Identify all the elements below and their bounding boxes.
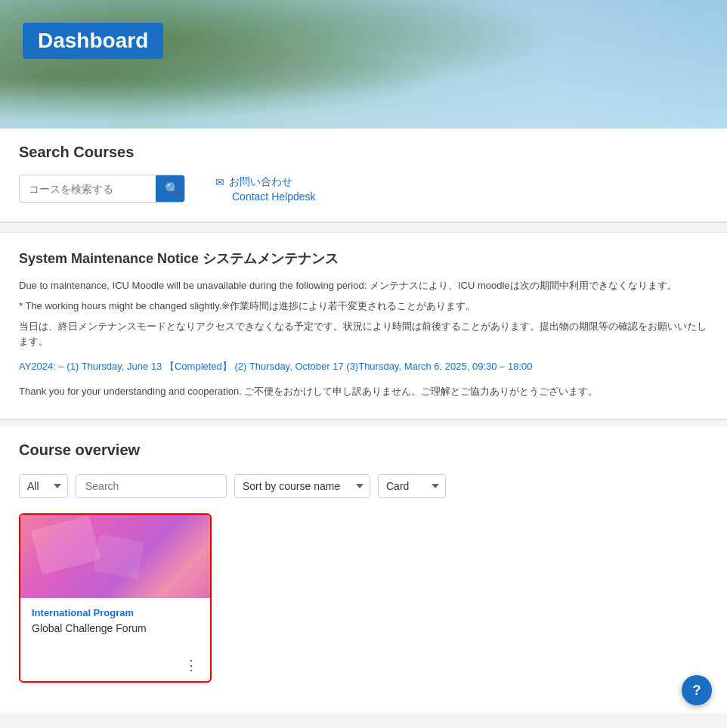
- filter-all-select[interactable]: All In progress Future Past: [19, 474, 68, 498]
- filter-bar: All In progress Future Past Sort by cour…: [19, 474, 708, 498]
- course-overview-section: Course overview All In progress Future P…: [0, 426, 727, 713]
- maintenance-schedule-link[interactable]: AY2024: – (1) Thursday, June 13 【Complet…: [19, 359, 708, 375]
- course-card-image: [20, 515, 210, 598]
- sort-select[interactable]: Sort by course name Sort by last accesse…: [234, 474, 370, 498]
- course-menu-button[interactable]: ⋮: [184, 657, 199, 674]
- maintenance-line1: Due to maintenance, ICU Moodle will be u…: [19, 278, 708, 294]
- course-card: International Program Global Challenge F…: [19, 513, 212, 683]
- course-category[interactable]: International Program: [32, 607, 199, 618]
- contact-text: お問い合わせ: [229, 175, 292, 189]
- divider-1: [0, 222, 727, 223]
- mail-icon: ✉: [215, 176, 224, 188]
- course-filter-search[interactable]: [76, 474, 227, 498]
- search-courses-title: Search Courses: [19, 144, 708, 161]
- header-banner: Dashboard: [0, 0, 727, 129]
- course-search-button[interactable]: 🔍: [156, 175, 185, 202]
- view-select[interactable]: Card List Summary: [378, 474, 446, 498]
- maintenance-line2: * The working hours might be changed sli…: [19, 299, 708, 314]
- maintenance-footer: Thank you for your understanding and coo…: [19, 384, 708, 400]
- maintenance-section: System Maintenance Notice システムメンテナンス Due…: [0, 232, 727, 420]
- course-search-wrap: 🔍: [19, 175, 185, 203]
- maintenance-title: System Maintenance Notice システムメンテナンス: [19, 249, 708, 268]
- cards-grid: International Program Global Challenge F…: [19, 513, 708, 683]
- help-button[interactable]: ?: [682, 675, 712, 705]
- maintenance-line3: 当日は、終日メンテナンスモードとなりアクセスできなくなる予定です。状況により時間…: [19, 319, 708, 351]
- course-card-body: International Program Global Challenge F…: [20, 598, 210, 653]
- divider-2: [0, 420, 727, 420]
- contact-helpdesk-link[interactable]: ✉ お問い合わせ Contact Helpdesk: [215, 175, 316, 203]
- contact-subtext: Contact Helpdesk: [232, 191, 316, 203]
- course-search-input[interactable]: [20, 177, 156, 201]
- search-icon: 🔍: [165, 182, 180, 195]
- course-card-menu: ⋮: [20, 653, 210, 681]
- course-overview-title: Course overview: [19, 441, 708, 459]
- search-courses-section: Search Courses 🔍 ✉ お問い合わせ Contact Helpde…: [0, 129, 727, 222]
- course-name: Global Challenge Forum: [32, 622, 199, 634]
- page-title: Dashboard: [23, 23, 163, 59]
